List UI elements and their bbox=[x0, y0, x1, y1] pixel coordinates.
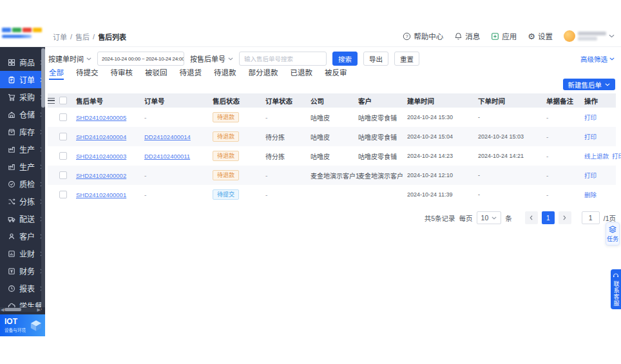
production-icon bbox=[8, 146, 15, 153]
sidebar-item-customers[interactable]: 客户 bbox=[0, 227, 41, 245]
table-row: SHD24102400001-待提交-2024-10-24 11:39--删除 bbox=[48, 185, 616, 204]
apps-link[interactable]: 应用 bbox=[491, 31, 517, 41]
table-body: SHD24102400005-待退款-咕噜皮咕噜皮零食铺2024-10-24 1… bbox=[48, 108, 616, 204]
per-page-select[interactable]: 10 bbox=[477, 211, 502, 224]
row-checkbox[interactable] bbox=[59, 113, 67, 121]
settings-link[interactable]: ⚙ 设置 bbox=[528, 31, 553, 41]
scroll-left-arrow-icon[interactable]: ◀ bbox=[1, 307, 4, 312]
sidebar-item-production-2[interactable]: 生产 bbox=[0, 158, 41, 175]
avatar bbox=[564, 30, 575, 42]
date-range-input[interactable]: 2024-10-24 00:00 ~ 2024-10-24 24:00 bbox=[97, 52, 184, 66]
page-1-button[interactable]: 1 bbox=[542, 211, 555, 224]
sidebar-item-sorting[interactable]: 分拣 bbox=[0, 193, 41, 210]
search-input[interactable] bbox=[239, 52, 327, 66]
select-all-checkbox[interactable] bbox=[59, 97, 67, 104]
column-header: 订单状态 bbox=[265, 96, 310, 106]
reset-button[interactable]: 重置 bbox=[394, 52, 419, 66]
logo-mosaic bbox=[2, 28, 42, 32]
chevron-down-icon bbox=[228, 57, 233, 61]
after-sale-table: 售后单号订单号售后状态订单状态公司客户建单时间下单时间单据备注操作 SHD241… bbox=[48, 93, 616, 204]
total-pages: /1页 bbox=[604, 213, 616, 223]
action-link[interactable]: 删除 bbox=[584, 190, 597, 199]
tab-8[interactable]: 被反审 bbox=[325, 67, 347, 80]
advanced-filter-link[interactable]: 高级筛选 bbox=[580, 54, 615, 64]
breadcrumb-orders[interactable]: 订单 bbox=[53, 32, 67, 42]
after-sale-number-link[interactable]: SHD24102400002 bbox=[76, 172, 126, 179]
iot-banner[interactable]: IOT 设备与环境 bbox=[0, 314, 45, 336]
headset-icon bbox=[613, 273, 619, 279]
tab-3[interactable]: 被驳回 bbox=[145, 67, 167, 80]
column-header: 客户 bbox=[358, 96, 407, 106]
breadcrumb-current: 售后列表 bbox=[98, 32, 126, 42]
row-checkbox[interactable] bbox=[59, 152, 67, 160]
search-button[interactable]: 搜索 bbox=[332, 52, 358, 66]
export-button[interactable]: 导出 bbox=[363, 52, 388, 66]
tab-1[interactable]: 待提交 bbox=[76, 67, 99, 80]
column-header: 售后状态 bbox=[213, 96, 265, 106]
tab-2[interactable]: 待审核 bbox=[111, 67, 133, 80]
gear-icon: ⚙ bbox=[528, 32, 535, 41]
column-header: 售后单号 bbox=[76, 96, 144, 106]
customer-service-button[interactable]: 联系客服 bbox=[611, 269, 621, 309]
goods-icon bbox=[8, 59, 15, 66]
tab-6[interactable]: 部分退款 bbox=[249, 67, 278, 80]
sidebar-item-warehouse[interactable]: 仓储 bbox=[0, 106, 41, 123]
sidebar-item-inventory[interactable]: 库存 bbox=[0, 123, 41, 140]
filter-field-type[interactable]: 按售后单号 bbox=[190, 53, 233, 64]
sidebar-item-biz-finance[interactable]: 业财 bbox=[0, 245, 41, 262]
row-checkbox[interactable] bbox=[59, 191, 67, 198]
action-link[interactable]: 打印 bbox=[612, 151, 621, 160]
action-link[interactable]: 线上退款 bbox=[584, 151, 609, 160]
row-checkbox[interactable] bbox=[59, 133, 67, 140]
tab-0[interactable]: 全部 bbox=[49, 67, 64, 80]
after-sale-number-link[interactable]: SHD24102400001 bbox=[76, 191, 126, 198]
tab-5[interactable]: 待退款 bbox=[214, 67, 236, 80]
sidebar-item-finance[interactable]: 财务 bbox=[0, 262, 41, 280]
app-window: 订单 / 售后 / 售后列表 ? 帮助中心 消息 应用 ⚙ 设置 bbox=[0, 0, 621, 364]
action-link[interactable]: 打印 bbox=[584, 113, 597, 122]
tab-7[interactable]: 已退款 bbox=[291, 67, 313, 80]
layers-icon bbox=[609, 225, 616, 233]
column-header: 操作 bbox=[584, 96, 616, 106]
sidebar-hscrollbar[interactable]: ◀ ▶ bbox=[0, 307, 41, 312]
action-link[interactable]: 打印 bbox=[584, 132, 597, 141]
messages-link[interactable]: 消息 bbox=[454, 31, 480, 41]
order-number-link[interactable]: DD24102400011 bbox=[144, 153, 190, 160]
scroll-right-arrow-icon[interactable]: ▶ bbox=[37, 307, 41, 312]
page-jump-input[interactable] bbox=[582, 211, 600, 224]
create-after-sale-button[interactable]: 新建售后单 bbox=[563, 79, 616, 90]
user-menu[interactable] bbox=[564, 30, 615, 42]
next-page-button[interactable] bbox=[559, 211, 571, 224]
sidebar-item-orders[interactable]: 订单 bbox=[0, 71, 41, 88]
finance-icon bbox=[8, 267, 15, 275]
help-center-link[interactable]: ? 帮助中心 bbox=[403, 31, 443, 41]
tasks-float-button[interactable]: 任务 bbox=[606, 222, 620, 245]
tab-4[interactable]: 待退货 bbox=[180, 67, 202, 80]
status-badge: 待退款 bbox=[213, 112, 239, 122]
after-sale-number-link[interactable]: SHD24102400005 bbox=[76, 114, 126, 121]
logo-swoosh bbox=[2, 35, 32, 38]
status-badge: 待提交 bbox=[213, 189, 239, 200]
sidebar-hscrollbar-thumb[interactable] bbox=[5, 308, 21, 311]
after-sale-number-link[interactable]: SHD24102400003 bbox=[76, 153, 126, 160]
sidebar-item-goods[interactable]: 商品 bbox=[0, 53, 41, 71]
sidebar-item-purchase[interactable]: 采购 bbox=[0, 88, 41, 106]
row-checkbox[interactable] bbox=[59, 171, 67, 179]
sorting-icon bbox=[8, 198, 15, 206]
chevron-down-icon bbox=[492, 216, 497, 220]
filter-time-type[interactable]: 按建单时间 bbox=[48, 53, 91, 64]
sidebar-item-delivery[interactable]: 配送 bbox=[0, 210, 41, 227]
apps-plus-icon bbox=[491, 32, 499, 41]
column-settings-icon[interactable] bbox=[48, 98, 55, 104]
sidebar-item-production-1[interactable]: 生产 bbox=[0, 140, 41, 158]
sidebar-item-quality[interactable]: 质检 bbox=[0, 175, 41, 193]
breadcrumb-aftersale[interactable]: 售后 bbox=[75, 32, 90, 42]
after-sale-number-link[interactable]: SHD24102400004 bbox=[76, 133, 126, 140]
action-link[interactable]: 打印 bbox=[584, 171, 597, 180]
sidebar-item-reports[interactable]: 报表 bbox=[0, 280, 41, 297]
status-badge: 待退款 bbox=[213, 170, 239, 180]
order-number-link[interactable]: DD24102400014 bbox=[144, 133, 191, 140]
qc-icon bbox=[8, 180, 15, 188]
prev-page-button[interactable] bbox=[525, 211, 538, 224]
status-badge: 待退款 bbox=[213, 151, 239, 161]
